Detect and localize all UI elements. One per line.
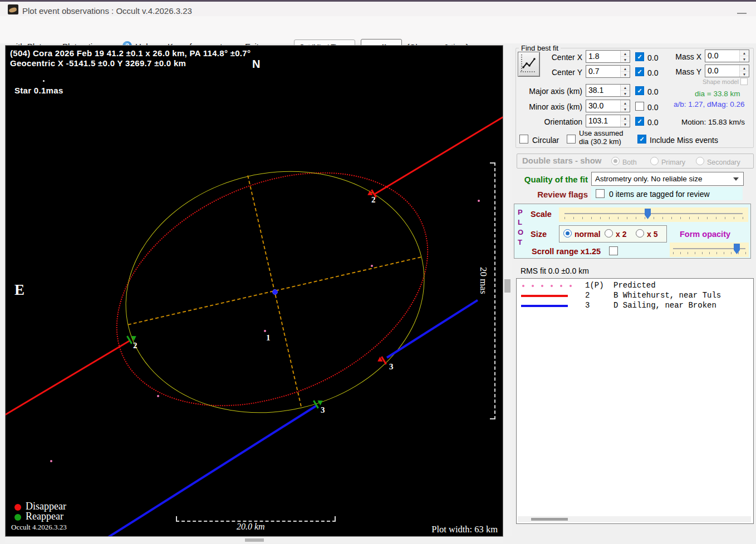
find-best-fit-title: Find best fit (519, 44, 561, 52)
plot-vscroll-thumb[interactable] (504, 279, 510, 293)
center-x-spin-buttons[interactable]: ▲▼ (620, 51, 630, 62)
reappear-dot-icon (14, 514, 21, 521)
plot-hscroll-thumb[interactable] (245, 538, 264, 542)
scale-label: Scale (531, 210, 552, 219)
predicted-path-dot (264, 330, 266, 332)
major-axis-spin-buttons[interactable]: ▲▼ (620, 85, 630, 96)
include-miss-checkbox[interactable] (637, 135, 646, 144)
size-normal-radio[interactable] (563, 229, 572, 238)
double-stars-secondary-radio[interactable] (696, 157, 704, 165)
orientation-input[interactable]: 103.1 ▲▼ (586, 115, 630, 127)
shape-model-checkbox[interactable] (740, 78, 748, 85)
double-stars-both-radio[interactable] (611, 157, 620, 165)
window-title: Plot event observations : Occult v.4.202… (22, 6, 192, 16)
orientation-fit-checkbox[interactable] (635, 117, 644, 126)
size-normal-label: normal (575, 230, 601, 239)
spin-down-icon[interactable]: ▼ (621, 91, 630, 96)
spin-up-icon[interactable]: ▲ (740, 50, 749, 56)
size-x5-radio[interactable] (636, 229, 644, 238)
motion-readout: Motion: 15.83 km/s (681, 118, 745, 126)
quality-of-fit-dropdown[interactable]: Astrometry only. No reliable size (591, 172, 744, 186)
chord-3-segment-a (97, 404, 317, 537)
quality-of-fit-label: Quality of the fit (512, 175, 588, 184)
scroll-range-checkbox[interactable] (609, 246, 618, 255)
mass-y-input[interactable]: 0.0 ▲▼ (705, 65, 749, 77)
minor-axis-input[interactable]: 30.0 ▲▼ (586, 100, 630, 112)
legend-horizontal-scrollbar[interactable] (518, 516, 751, 522)
predicted-line-sample-dot (551, 285, 553, 287)
legend-row-num[interactable]: 2 (585, 291, 590, 300)
center-y-spin-buttons[interactable]: ▲▼ (620, 66, 630, 77)
scale-slider[interactable] (559, 207, 748, 222)
circular-label: Circular (532, 136, 559, 145)
major-axis-fit-checkbox[interactable] (635, 86, 644, 95)
spin-down-icon[interactable]: ▼ (740, 71, 749, 77)
legend-row-name[interactable]: B Whitehurst, near Tuls (613, 291, 721, 300)
chord-2-segment-a (5, 340, 130, 419)
title-bar[interactable]: Plot event observations : Occult v.4.202… (0, 2, 756, 16)
size-x2-radio[interactable] (605, 229, 613, 238)
legend-row-name[interactable]: Predicted (613, 281, 656, 290)
scroll-range-label: Scroll range x1.25 (532, 247, 601, 256)
predicted-path-dot (157, 395, 159, 397)
plot-horizontal-scrollbar[interactable] (5, 537, 503, 543)
mass-x-input[interactable]: 0.0 ▲▼ (705, 50, 749, 62)
find-best-fit-group (516, 48, 754, 148)
spin-down-icon[interactable]: ▼ (621, 57, 630, 62)
north-label: N (252, 58, 261, 71)
orientation-label: Orientation (527, 117, 582, 126)
spin-down-icon[interactable]: ▼ (740, 56, 749, 62)
chevron-down-icon (733, 177, 739, 184)
center-y-input[interactable]: 0.7 ▲▼ (586, 65, 630, 78)
spin-down-icon[interactable]: ▼ (621, 106, 630, 112)
orientation-value[interactable]: 103.1 (586, 115, 620, 127)
plot-canvas[interactable]: (504) Cora 2026 Feb 19 41.2 ±0.1 x 26.0 … (5, 45, 503, 537)
plot-header-line1: (504) Cora 2026 Feb 19 41.2 ±0.1 x 26.0 … (10, 48, 251, 58)
minor-axis-spin-buttons[interactable]: ▲▼ (620, 100, 630, 112)
form-opacity-slider[interactable] (670, 243, 749, 257)
center-x-input[interactable]: 1.8 ▲▼ (586, 50, 630, 63)
center-x-fit-checkbox[interactable] (635, 52, 644, 61)
scale-slider-track[interactable] (564, 213, 743, 214)
spin-up-icon[interactable]: ▲ (621, 85, 630, 91)
legend-row-num[interactable]: 1(P) (585, 281, 604, 290)
mas-scale-label: 20 mas (478, 267, 489, 294)
spin-up-icon[interactable]: ▲ (621, 66, 630, 72)
plot-vertical-scrollbar[interactable] (503, 45, 512, 536)
predicted-path-dot (371, 265, 373, 267)
spin-down-icon[interactable]: ▼ (621, 72, 630, 77)
circular-checkbox[interactable] (519, 135, 528, 144)
legend-hscroll-thumb[interactable] (531, 518, 568, 521)
observation-legend-listbox[interactable]: 1(P) Predicted 2 B Whitehurst, near Tuls… (516, 278, 754, 524)
predicted-line-sample-dot (532, 285, 534, 287)
km-scale-tick-left (176, 516, 177, 521)
spin-up-icon[interactable]: ▲ (740, 65, 749, 71)
predicted-path-dot (50, 460, 52, 462)
center-y-fit-checkbox[interactable] (635, 67, 644, 76)
chord-2-line-sample (521, 295, 568, 297)
plot-letter-l: L (518, 218, 522, 226)
spin-up-icon[interactable]: ▲ (621, 100, 630, 106)
use-assumed-dia-checkbox[interactable] (567, 135, 576, 144)
legend-row-num[interactable]: 3 (585, 301, 590, 310)
review-flags-checkbox[interactable] (596, 189, 605, 198)
minor-axis-fit-checkbox[interactable] (635, 102, 644, 111)
orientation-spin-buttons[interactable]: ▲▼ (620, 115, 630, 127)
mass-y-spin-buttons[interactable]: ▲▼ (739, 65, 749, 77)
mass-y-value[interactable]: 0.0 (705, 65, 739, 77)
double-stars-primary-radio[interactable] (650, 157, 659, 165)
minimize-icon[interactable] (737, 13, 747, 14)
major-axis-input[interactable]: 38.1 ▲▼ (586, 84, 630, 97)
chord-3-line-sample (521, 305, 568, 307)
center-y-value[interactable]: 0.7 (586, 66, 620, 77)
mass-x-spin-buttons[interactable]: ▲▼ (739, 50, 749, 62)
legend-row-name[interactable]: D Sailing, near Broken (613, 301, 716, 310)
spin-up-icon[interactable]: ▲ (621, 51, 630, 57)
plot-letter-o: O (518, 228, 523, 236)
major-axis-value[interactable]: 38.1 (586, 85, 620, 96)
minor-axis-value[interactable]: 30.0 (586, 100, 620, 112)
spin-up-icon[interactable]: ▲ (621, 115, 630, 121)
mass-x-value[interactable]: 0.0 (705, 50, 739, 62)
center-x-value[interactable]: 1.8 (586, 51, 620, 62)
spin-down-icon[interactable]: ▼ (621, 121, 630, 127)
